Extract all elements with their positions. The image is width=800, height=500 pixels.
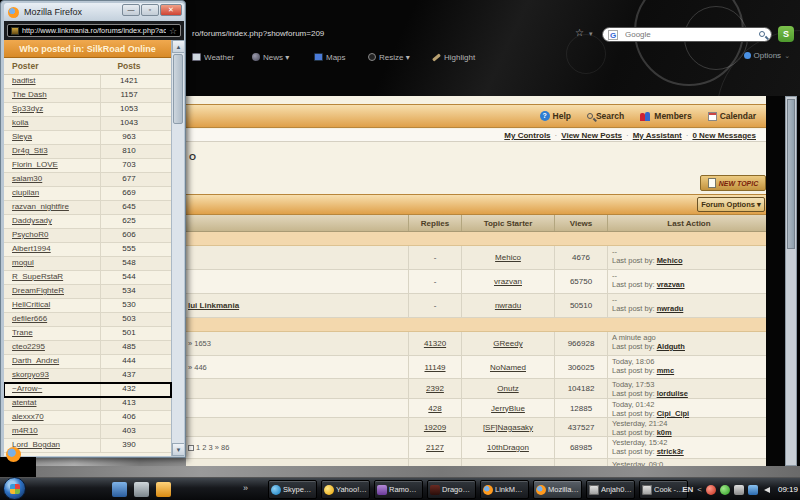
bookmark-star-icon[interactable]: ☆ [575, 27, 584, 38]
last-poster-link[interactable]: Aldguth [657, 342, 685, 351]
new-topic-button[interactable]: NEW TOPIC [700, 175, 766, 191]
page-scrollbar[interactable] [785, 96, 797, 466]
page-scrollbar-thumb[interactable] [787, 99, 795, 249]
google-icon[interactable]: G [608, 30, 618, 40]
language-indicator[interactable]: EN [682, 485, 693, 494]
topic-starter-link[interactable]: Mehico [495, 253, 521, 262]
topic-checkbox[interactable] [188, 445, 194, 451]
restore-button[interactable]: ▫ [141, 4, 159, 16]
taskbar-button-yahoo[interactable]: Yahoo! Messen... [321, 480, 370, 499]
popup-scrollbar[interactable]: ▲ ▼ [171, 40, 184, 456]
toolbar-item-news[interactable]: News ▾ [252, 51, 289, 63]
taskbar-button-anjah0rz[interactable]: Anjah0rz - Cha... [586, 480, 635, 499]
volume-muted-icon[interactable] [706, 485, 716, 495]
antivirus-icon[interactable] [720, 485, 730, 495]
poster-link[interactable]: badfist [12, 76, 36, 85]
messenger-tray-icon[interactable] [734, 485, 744, 495]
poster-link[interactable]: mogul [12, 258, 34, 267]
poster-link[interactable]: Dr4g_Sti3 [12, 146, 48, 155]
taskbar-button-dragon-age[interactable]: Dragon Age: Or... [427, 480, 476, 499]
toolbar-options[interactable]: Options⌄ [744, 51, 790, 60]
replies-link[interactable]: 2127 [426, 443, 444, 452]
topic-starter-link[interactable]: [SF]Nagasaky [483, 423, 533, 432]
nav-help[interactable]: ?Help [540, 111, 571, 121]
toolbar-item-maps[interactable]: Maps [314, 51, 346, 63]
poster-link[interactable]: skorpyo93 [12, 370, 49, 379]
bookmark-star-icon[interactable]: ☆ [169, 26, 177, 36]
nav-members[interactable]: Members [640, 111, 691, 121]
poster-link[interactable]: Darth_Andrei [12, 356, 59, 365]
poster-link[interactable]: m4R10 [12, 426, 38, 435]
minimize-button[interactable]: — [122, 4, 140, 16]
taskbar-button-cook[interactable]: Cook - Chat Wi... [639, 480, 688, 499]
scroll-up-icon[interactable]: ▲ [172, 40, 184, 53]
poster-link[interactable]: atentat [12, 398, 36, 407]
replies-link[interactable]: 11149 [424, 363, 445, 372]
topic-row[interactable]: lui Linkmania - nwradu 50510 --Last post… [186, 294, 766, 318]
poster-link[interactable]: Daddysady [12, 216, 52, 225]
popup-address-field[interactable]: http://www.linkmania.ro/forums/index.php… [7, 24, 181, 37]
poster-link[interactable]: The Dash [12, 90, 47, 99]
topic-row[interactable]: - Mehico 4676 --Last post by: Mehico [186, 246, 766, 270]
topic-row[interactable]: - vrazvan 65750 --Last post by: vrazvan [186, 270, 766, 294]
last-poster-link[interactable]: mmc [657, 366, 675, 375]
topic-starter-link[interactable]: JerryBlue [491, 404, 525, 413]
topic-row[interactable]: 19209 [SF]Nagasaky 437527 Yesterday, 21:… [186, 418, 766, 437]
poster-link[interactable]: koila [12, 118, 28, 127]
last-poster-link[interactable]: lordulise [657, 389, 688, 398]
taskbar-button-linkmania[interactable]: LinkMania Foru... [480, 480, 529, 499]
taskbar-button-skype[interactable]: Skype™ - arrow... [268, 480, 317, 499]
quick-launch-icon[interactable] [156, 482, 171, 497]
quick-launch-icon[interactable] [112, 482, 127, 497]
last-poster-link[interactable]: nwradu [657, 304, 684, 313]
poster-link[interactable]: R_SupeRstaR [12, 272, 63, 281]
toolbar-item-highlight[interactable]: Highlight [432, 51, 475, 63]
topic-starter-link[interactable]: 10thDragon [487, 443, 529, 452]
popup-scrollbar-thumb[interactable] [173, 54, 183, 124]
topic-pages-fragment[interactable]: » 446 [188, 356, 207, 378]
link-my-assistant[interactable]: My Assistant [633, 131, 682, 140]
topic-starter-link[interactable]: vrazvan [494, 277, 522, 286]
link-view-new-posts[interactable]: View New Posts [561, 131, 622, 140]
topic-pages-fragment[interactable]: » 1653 [188, 332, 211, 355]
taskbar-button-ramona[interactable]: Ramona -_- (ra... [374, 480, 423, 499]
topic-starter-link[interactable]: NoNamed [490, 363, 526, 372]
topic-row-partial[interactable]: Yesterday, 09:0 [186, 459, 766, 466]
search-input[interactable] [623, 28, 743, 41]
topic-row[interactable]: 428 JerryBlue 12885 Today, 01:42Last pos… [186, 399, 766, 418]
topic-row[interactable]: 1 2 3 » 86 2127 10thDragon 68985 Yesterd… [186, 437, 766, 459]
topic-row[interactable]: » 446 11149 NoNamed 306025 Today, 18:06L… [186, 356, 766, 379]
poster-link[interactable]: ciupilan [12, 188, 39, 197]
poster-link[interactable]: alexxx70 [12, 412, 44, 421]
topic-starter-link[interactable]: Onutz [497, 384, 518, 393]
last-poster-link[interactable]: Mehico [657, 256, 683, 265]
poster-link[interactable]: PsychoR0 [12, 230, 48, 239]
poster-link[interactable]: Sp33dyz [12, 104, 43, 113]
topic-title-fragment[interactable]: lui Linkmania [188, 294, 239, 317]
topic-pages-fragment[interactable]: 1 2 3 » 86 [188, 437, 229, 458]
topic-row[interactable]: » 1653 41320 GReedy 966928 A minute agoL… [186, 332, 766, 356]
forum-options-button[interactable]: Forum Options ▾ [697, 197, 765, 212]
bookmark-caret-icon[interactable]: ▾ [589, 30, 593, 38]
clock[interactable]: 09:19 [778, 485, 798, 494]
close-button[interactable]: ✕ [160, 4, 182, 16]
search-box[interactable]: G [602, 27, 772, 42]
replies-link[interactable]: 2392 [426, 384, 444, 393]
topic-starter-link[interactable]: GReedy [493, 339, 522, 348]
replies-link[interactable]: 428 [428, 404, 441, 413]
poster-link[interactable]: Trane [12, 328, 33, 337]
start-button[interactable] [3, 477, 26, 500]
nav-search[interactable]: Search [587, 111, 624, 121]
last-poster-link[interactable]: Cipi_Cipi [657, 409, 690, 418]
replies-link[interactable]: 41320 [424, 339, 446, 348]
poster-link[interactable]: ~Arrow~ [12, 384, 42, 393]
poster-link[interactable]: HellCritical [12, 300, 50, 309]
tray-expand-icon[interactable]: < [697, 485, 702, 494]
network-icon[interactable] [748, 485, 758, 495]
poster-link[interactable]: cteo2295 [12, 342, 45, 351]
quick-launch-icon[interactable] [134, 482, 149, 497]
quick-launch-expand-icon[interactable]: » [243, 483, 248, 493]
topic-row[interactable]: 2392 Onutz 104182 Today, 17:53Last post … [186, 379, 766, 399]
scroll-down-icon[interactable]: ▼ [172, 443, 184, 456]
poster-link[interactable]: salam30 [12, 174, 42, 183]
